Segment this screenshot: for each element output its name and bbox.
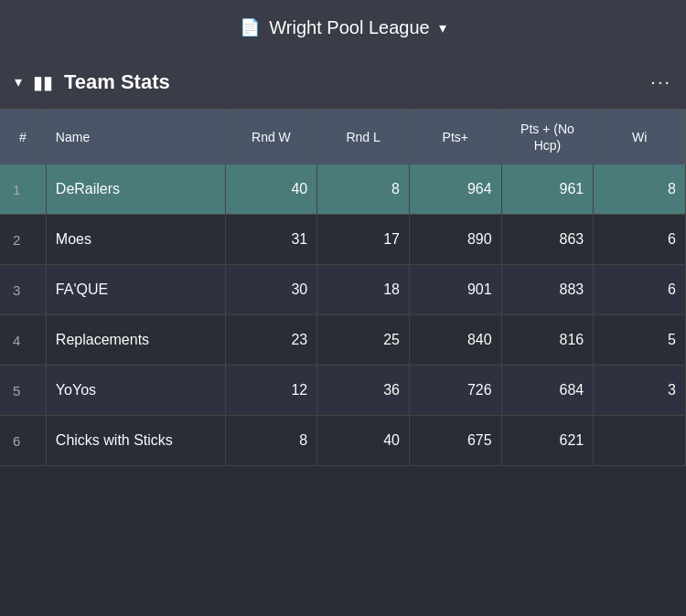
cell-value: 675: [409, 416, 501, 466]
cell-rank: 4: [0, 315, 46, 366]
cell-value: 17: [317, 215, 410, 265]
top-header: 📄 Wright Pool League ▾: [0, 0, 686, 55]
cell-value: 684: [501, 366, 594, 416]
section-chevron-icon[interactable]: ▾: [15, 73, 22, 90]
cell-value: 863: [501, 215, 594, 265]
section-header-left: ▾ ▮▮ Team Stats: [15, 70, 650, 94]
table-row: 2Moes31178908636: [0, 215, 686, 265]
cell-rank: 3: [0, 265, 46, 315]
cell-value: 8: [594, 165, 686, 215]
cell-name: YoYos: [46, 366, 225, 416]
cell-value: 40: [317, 416, 410, 466]
cell-name: DeRailers: [46, 165, 225, 215]
section-header: ▾ ▮▮ Team Stats ···: [0, 55, 686, 110]
cell-value: 31: [225, 215, 317, 265]
cell-name: Moes: [46, 215, 225, 265]
cell-rank: 2: [0, 215, 46, 265]
cell-rank: 1: [0, 165, 46, 215]
cell-value: 36: [317, 366, 410, 416]
cell-name: Chicks with Sticks: [46, 416, 225, 466]
cell-value: 25: [317, 315, 410, 366]
header-chevron-icon[interactable]: ▾: [439, 19, 446, 37]
cell-value: 901: [409, 265, 501, 315]
cell-value: 23: [225, 315, 317, 366]
cell-value: 890: [409, 215, 501, 265]
cell-value: 840: [409, 315, 501, 366]
col-name: Name: [46, 110, 225, 165]
table-row: 5YoYos12367266843: [0, 366, 686, 416]
cell-value: 3: [594, 366, 686, 416]
cell-rank: 6: [0, 416, 46, 466]
col-rnd-l: Rnd L: [317, 110, 410, 165]
cell-value: 5: [594, 315, 686, 366]
cell-value: 883: [501, 265, 594, 315]
cell-value: 8: [317, 165, 410, 215]
cell-value: 961: [501, 165, 594, 215]
cell-value: 816: [501, 315, 594, 366]
cell-value: 6: [594, 215, 686, 265]
cell-value: 30: [225, 265, 317, 315]
col-pts-plus: Pts+: [409, 110, 501, 165]
grid-icon: ▮▮: [33, 71, 53, 93]
cell-name: FA'QUE: [46, 265, 225, 315]
cell-value: [594, 416, 686, 466]
cell-value: 18: [317, 265, 410, 315]
cell-value: 12: [225, 366, 317, 416]
cell-name: Replacements: [46, 315, 225, 366]
cell-value: 40: [225, 165, 317, 215]
cell-value: 8: [225, 416, 317, 466]
cell-value: 964: [409, 165, 501, 215]
col-pts-no-hcp: Pts + (No Hcp): [501, 110, 594, 165]
table-row: 4Replacements23258408165: [0, 315, 686, 366]
more-options-icon[interactable]: ···: [650, 71, 671, 92]
col-rank: #: [0, 110, 46, 165]
league-title: Wright Pool League: [269, 17, 429, 38]
folder-icon: 📄: [240, 17, 260, 37]
col-rnd-w: Rnd W: [225, 110, 317, 165]
table-row: 3FA'QUE30189018836: [0, 265, 686, 315]
cell-value: 726: [409, 366, 501, 416]
team-stats-table: # Name Rnd W Rnd L Pts+ Pts + (No Hcp) W…: [0, 110, 686, 466]
table-row: 1DeRailers4089649618: [0, 165, 686, 215]
section-title: Team Stats: [64, 70, 170, 94]
cell-value: 621: [501, 416, 594, 466]
table-header-row: # Name Rnd W Rnd L Pts+ Pts + (No Hcp) W…: [0, 110, 686, 165]
cell-rank: 5: [0, 366, 46, 416]
cell-value: 6: [594, 265, 686, 315]
table-row: 6Chicks with Sticks840675621: [0, 416, 686, 466]
col-wi: Wi: [594, 110, 686, 165]
